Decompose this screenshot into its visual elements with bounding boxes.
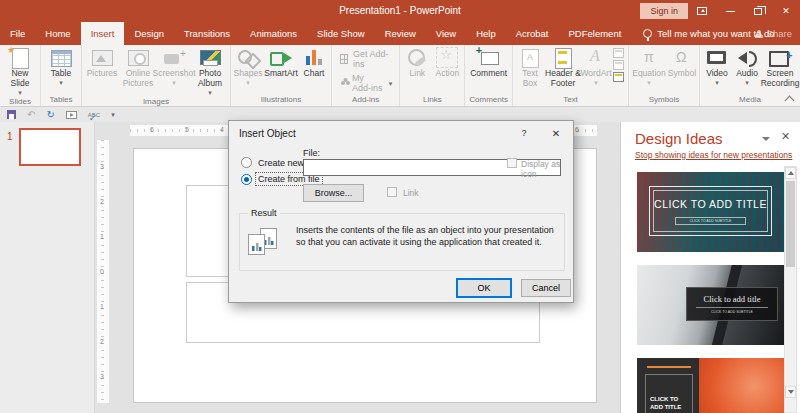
tab-design[interactable]: Design (124, 22, 174, 45)
header-footer-button[interactable]: Header & Footer (545, 45, 581, 89)
get-add-ins-button: Get Add-ins (334, 45, 397, 69)
v-ruler-number: 3 (100, 163, 104, 170)
audio-label: Audio (736, 69, 758, 79)
browse-button[interactable]: Browse... (303, 184, 364, 202)
shapes-icon (235, 48, 261, 68)
group-media: Video ▾ Audio ▾ Screen Recording Media (700, 45, 800, 106)
slide-1-thumbnail[interactable] (19, 128, 81, 166)
tell-me-box[interactable]: Tell me what you want to do (631, 22, 774, 45)
result-groupbox: Result Inserts the contents of the file … (239, 213, 565, 271)
create-new-label[interactable]: Create new (258, 158, 304, 168)
person-icon (755, 30, 763, 38)
tab-file[interactable]: File (0, 22, 35, 45)
panel-close-icon[interactable]: ✕ (781, 130, 790, 143)
smartart-button[interactable]: SmartArt (263, 45, 299, 79)
flamingo-photo (699, 358, 784, 413)
tab-insert[interactable]: Insert (81, 22, 125, 45)
minimize-button[interactable] (716, 0, 744, 22)
save-icon[interactable] (7, 110, 16, 119)
start-from-beginning-icon[interactable] (66, 111, 77, 119)
result-description: Inserts the contents of the file as an o… (296, 224, 564, 248)
shapes-label: Shapes (234, 69, 263, 79)
chart-label: Chart (304, 69, 325, 79)
dialog-close-button[interactable]: ✕ (541, 121, 571, 145)
share-label: Share (767, 28, 792, 39)
spelling-icon[interactable]: ABC (88, 112, 100, 118)
restore-button[interactable] (744, 0, 772, 22)
comment-button[interactable]: Comment (471, 45, 507, 79)
create-new-radio[interactable] (241, 157, 252, 168)
design-idea-thumbnail-3[interactable]: CLICK TO ADD TITLE (637, 358, 784, 413)
create-from-file-radio[interactable] (241, 174, 252, 185)
audio-icon (734, 48, 760, 68)
cancel-button[interactable]: Cancel (521, 279, 571, 297)
symbol-button: Symbol (667, 45, 697, 79)
screen-recording-button[interactable]: Screen Recording (762, 45, 798, 89)
tab-review[interactable]: Review (375, 22, 426, 45)
object-icon[interactable] (613, 72, 624, 82)
ok-button[interactable]: OK (457, 279, 511, 297)
group-illustrations: Shapes ▾ SmartArt Chart Illustrations (231, 45, 332, 106)
dropdown-caret-icon: ▾ (59, 79, 63, 86)
audio-button[interactable]: Audio ▾ (732, 45, 762, 86)
pictures-label: Pictures (87, 69, 118, 79)
ribbon-display-options-button[interactable] (688, 0, 716, 22)
scroll-down-icon[interactable] (785, 386, 796, 398)
group-add-ins: Get Add-ins My Add-ins ▾ Add-ins (332, 45, 400, 106)
pictures-icon (89, 48, 115, 68)
design-idea-thumbnail-1[interactable]: CLICK TO ADD TITLE CLICK TO ADD SUBTITLE (637, 172, 784, 252)
sign-in-button[interactable]: Sign in (640, 3, 688, 19)
table-button[interactable]: Table ▾ (43, 45, 79, 86)
text-box-label: Text Box (515, 69, 545, 89)
design-idea-thumbnail-2[interactable]: Click to add title CLICK TO ADD SUBTITLE (637, 265, 784, 345)
group-label-links: Links (402, 94, 462, 106)
video-label: Video (706, 69, 728, 79)
title-frame: CLICK TO ADD TITLE CLICK TO ADD SUBTITLE (649, 186, 772, 236)
tab-view[interactable]: View (426, 22, 466, 45)
undo-icon: ↶ (27, 110, 35, 120)
header-footer-icon (550, 48, 576, 68)
tab-acrobat[interactable]: Acrobat (506, 22, 559, 45)
h-ruler-number: 6 (150, 126, 154, 133)
group-links: Link Action Links (400, 45, 465, 106)
group-label-comments: Comments (467, 94, 510, 106)
tab-pdfelement[interactable]: PDFelement (559, 22, 632, 45)
dialog-help-button[interactable]: ? (509, 121, 539, 145)
thumbnail-subtitle: CLICK TO ADD SUBTITLE (696, 307, 768, 314)
chart-button[interactable]: Chart (299, 45, 329, 79)
photo-album-icon (197, 48, 223, 68)
group-comments: Comment Comments (465, 45, 513, 106)
title-box: CLICK TO ADD TITLE (645, 374, 693, 413)
stop-showing-ideas-link[interactable]: Stop showing ideas for new presentations (635, 150, 792, 160)
panel-dropdown-icon[interactable] (761, 135, 769, 143)
video-icon (704, 48, 730, 68)
wordart-icon (583, 48, 609, 68)
tab-help[interactable]: Help (466, 22, 506, 45)
v-ruler-number: 0 (100, 268, 104, 275)
tab-transitions[interactable]: Transitions (174, 22, 240, 45)
online-pictures-icon (125, 48, 151, 68)
photo-album-button[interactable]: Photo Album ▾ (192, 45, 228, 96)
header-footer-label: Header & Footer (545, 69, 581, 89)
scroll-up-icon[interactable] (785, 167, 796, 179)
tab-home[interactable]: Home (35, 22, 80, 45)
collapse-ribbon-icon[interactable] (786, 94, 794, 102)
tab-animations[interactable]: Animations (240, 22, 307, 45)
video-button[interactable]: Video ▾ (702, 45, 732, 86)
group-label-tables: Tables (43, 94, 79, 106)
panel-scrollbar[interactable] (784, 166, 797, 413)
thumbnail-title: CLICK TO ADD TITLE (646, 395, 692, 412)
v-ruler-number: 1 (100, 303, 104, 310)
new-slide-button[interactable]: New Slide ▾ (2, 45, 38, 96)
group-label-illustrations: Illustrations (233, 94, 329, 106)
share-button[interactable]: Share (755, 22, 792, 45)
window-close-button[interactable]: ✕ (772, 0, 800, 22)
action-icon (434, 48, 460, 68)
thumbnail-subtitle: CLICK TO ADD SUBTITLE (675, 217, 747, 225)
text-box-button: Text Box (515, 45, 545, 89)
redo-icon[interactable]: ↻ (46, 110, 54, 120)
customize-qat-icon[interactable]: ▾ (111, 111, 115, 119)
tab-slide-show[interactable]: Slide Show (307, 22, 375, 45)
screen-recording-label: Screen Recording (761, 69, 800, 89)
scrollbar-thumb[interactable] (786, 181, 795, 267)
